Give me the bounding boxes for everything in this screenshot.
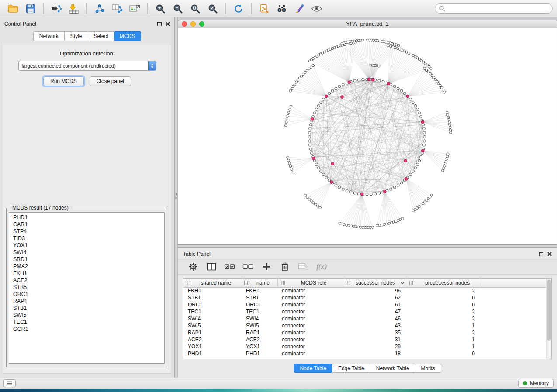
- network-node[interactable]: [320, 170, 322, 172]
- network-edge[interactable]: [291, 106, 312, 119]
- table-cell[interactable]: 96: [343, 287, 407, 294]
- network-node[interactable]: [308, 140, 311, 142]
- table-cell[interactable]: 62: [343, 294, 407, 301]
- table-cell[interactable]: 0: [407, 301, 481, 308]
- network-leaf-node[interactable]: [315, 203, 317, 206]
- table-row[interactable]: ORC1ORC1dominator610: [183, 301, 551, 308]
- table-cell[interactable]: 61: [343, 301, 407, 308]
- table-row[interactable]: YOX1YOX1connector291: [183, 343, 551, 350]
- network-leaf-node[interactable]: [312, 64, 315, 67]
- network-node[interactable]: [400, 89, 403, 92]
- table-cell[interactable]: FKH1: [242, 287, 277, 294]
- network-leaf-node[interactable]: [308, 198, 311, 200]
- network-leaf-node[interactable]: [367, 226, 369, 229]
- network-leaf-node[interactable]: [383, 223, 386, 226]
- network-node[interactable]: [353, 192, 356, 194]
- network-node[interactable]: [357, 193, 360, 195]
- network-node[interactable]: [423, 131, 426, 134]
- table-cell[interactable]: SWI4: [242, 315, 277, 322]
- network-edge[interactable]: [309, 182, 332, 199]
- network-leaf-node[interactable]: [350, 225, 353, 227]
- first-neighbors-button[interactable]: [273, 2, 291, 16]
- minimize-window-icon[interactable]: [190, 21, 196, 27]
- network-leaf-node[interactable]: [310, 200, 313, 203]
- network-node[interactable]: [308, 131, 311, 134]
- tab-style[interactable]: Style: [65, 31, 88, 41]
- network-leaf-node[interactable]: [304, 194, 307, 197]
- maximize-window-icon[interactable]: [199, 21, 204, 27]
- network-node[interactable]: [419, 116, 422, 118]
- network-leaf-node[interactable]: [397, 44, 400, 47]
- network-node[interactable]: [418, 159, 421, 162]
- network-leaf-node[interactable]: [343, 224, 346, 226]
- network-node[interactable]: [357, 79, 360, 81]
- search-box[interactable]: [435, 3, 553, 14]
- network-leaf-node[interactable]: [446, 111, 448, 114]
- table-cell[interactable]: STB1: [242, 294, 277, 301]
- tab-node-table[interactable]: Node Table: [294, 364, 332, 373]
- network-leaf-node[interactable]: [449, 126, 452, 129]
- table-cell[interactable]: connector: [277, 308, 343, 315]
- network-edge[interactable]: [318, 182, 331, 206]
- network-leaf-node[interactable]: [381, 224, 383, 226]
- network-leaf-node[interactable]: [284, 124, 287, 127]
- network-leaf-node[interactable]: [297, 79, 299, 82]
- network-node[interactable]: [342, 188, 344, 190]
- network-leaf-node[interactable]: [446, 155, 449, 158]
- table-cell[interactable]: STB1: [183, 294, 242, 301]
- network-leaf-node[interactable]: [434, 78, 437, 81]
- split-panel-button[interactable]: [203, 260, 220, 273]
- network-leaf-node[interactable]: [291, 168, 293, 171]
- network-hub-node[interactable]: [406, 95, 409, 98]
- network-leaf-node[interactable]: [286, 118, 288, 120]
- network-edge[interactable]: [388, 65, 427, 83]
- mcds-result-item[interactable]: ACE2: [9, 277, 164, 284]
- table-cell[interactable]: 47: [343, 308, 407, 315]
- table-cell[interactable]: TEC1: [242, 308, 277, 315]
- network-leaf-node[interactable]: [389, 45, 392, 48]
- network-node[interactable]: [311, 152, 313, 155]
- table-cell[interactable]: connector: [277, 322, 343, 329]
- table-cell[interactable]: dominator: [277, 350, 343, 357]
- table-cell[interactable]: 1: [407, 336, 481, 343]
- network-leaf-node[interactable]: [319, 206, 322, 209]
- zoom-selected-button[interactable]: [204, 2, 221, 16]
- network-node[interactable]: [412, 101, 414, 104]
- network-hub-node[interactable]: [312, 157, 315, 160]
- open-file-button[interactable]: [4, 2, 22, 16]
- network-node[interactable]: [422, 144, 425, 146]
- network-node[interactable]: [423, 140, 426, 142]
- mcds-result-item[interactable]: SRD1: [9, 256, 164, 263]
- mcds-result-item[interactable]: YOX1: [9, 242, 164, 249]
- network-leaf-node[interactable]: [442, 89, 444, 91]
- network-leaf-node[interactable]: [449, 124, 451, 126]
- table-cell[interactable]: 0: [407, 294, 481, 301]
- table-row[interactable]: PHD1PHD1dominator180: [183, 350, 551, 357]
- column-header-name[interactable]: name: [242, 279, 277, 287]
- network-node[interactable]: [309, 123, 312, 126]
- network-leaf-node[interactable]: [304, 71, 307, 74]
- network-node[interactable]: [414, 167, 417, 169]
- network-node[interactable]: [412, 170, 414, 172]
- select-all-button[interactable]: [221, 260, 238, 273]
- close-panel-action-button[interactable]: Close panel: [90, 76, 131, 86]
- mcds-result-item[interactable]: TEC1: [9, 319, 164, 326]
- zoom-fit-button[interactable]: [187, 2, 204, 16]
- network-node[interactable]: [422, 127, 425, 130]
- network-leaf-node[interactable]: [391, 45, 394, 48]
- float-table-panel-button[interactable]: [539, 250, 543, 258]
- column-header-shared-name[interactable]: shared name: [183, 279, 242, 287]
- network-edge[interactable]: [423, 151, 445, 166]
- network-hub-node[interactable]: [421, 149, 424, 152]
- network-leaf-node[interactable]: [285, 121, 288, 124]
- run-mcds-button[interactable]: Run MCDS: [43, 76, 84, 86]
- refresh-view-button[interactable]: [230, 2, 247, 16]
- network-leaf-node[interactable]: [310, 66, 312, 69]
- mcds-result-item[interactable]: STB5: [9, 284, 164, 291]
- network-edge[interactable]: [287, 157, 313, 158]
- network-node[interactable]: [320, 101, 322, 104]
- network-hub-node[interactable]: [387, 82, 390, 85]
- table-cell[interactable]: 1: [407, 322, 481, 329]
- network-leaf-node[interactable]: [346, 224, 348, 227]
- table-cell[interactable]: 2: [407, 287, 481, 294]
